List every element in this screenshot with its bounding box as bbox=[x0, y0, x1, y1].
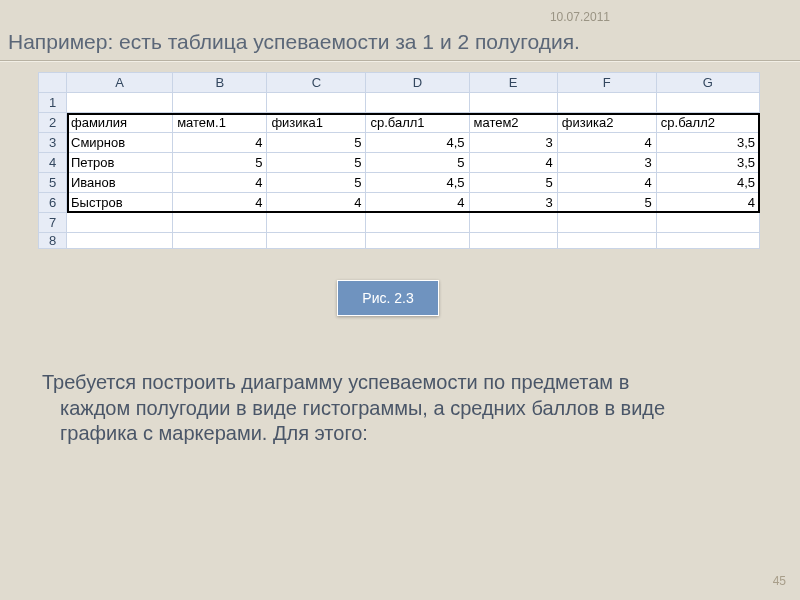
body-paragraph: Требуется построить диаграмму успеваемос… bbox=[42, 370, 700, 447]
cell[interactable] bbox=[366, 93, 469, 113]
slide-date: 10.07.2011 bbox=[550, 10, 610, 24]
cell[interactable]: физика1 bbox=[267, 113, 366, 133]
cell[interactable]: 4 bbox=[656, 193, 759, 213]
cell[interactable]: Петров bbox=[67, 153, 173, 173]
cell[interactable]: 4,5 bbox=[656, 173, 759, 193]
cell[interactable] bbox=[469, 93, 557, 113]
spreadsheet: A B C D E F G 1 2 фамилия матем.1 физика… bbox=[38, 72, 760, 249]
cell[interactable]: ср.балл1 bbox=[366, 113, 469, 133]
cell[interactable] bbox=[656, 213, 759, 233]
cell[interactable]: Смирнов bbox=[67, 133, 173, 153]
col-header[interactable]: A bbox=[67, 73, 173, 93]
cell[interactable]: Быстров bbox=[67, 193, 173, 213]
cell[interactable] bbox=[656, 93, 759, 113]
cell[interactable]: 5 bbox=[267, 173, 366, 193]
cell[interactable]: 3,5 bbox=[656, 133, 759, 153]
cell[interactable]: 5 bbox=[366, 153, 469, 173]
corner-cell[interactable] bbox=[39, 73, 67, 93]
cell[interactable]: 5 bbox=[267, 153, 366, 173]
cell[interactable] bbox=[366, 233, 469, 249]
row-header[interactable]: 6 bbox=[39, 193, 67, 213]
cell[interactable]: 3 bbox=[557, 153, 656, 173]
cell[interactable] bbox=[67, 233, 173, 249]
cell[interactable]: 4 bbox=[267, 193, 366, 213]
cell[interactable]: 5 bbox=[557, 193, 656, 213]
cell[interactable] bbox=[173, 213, 267, 233]
cell[interactable]: 5 bbox=[469, 173, 557, 193]
cell[interactable]: 4,5 bbox=[366, 173, 469, 193]
cell[interactable]: Иванов bbox=[67, 173, 173, 193]
cell[interactable]: 4 bbox=[469, 153, 557, 173]
title-underline bbox=[0, 60, 800, 62]
cell[interactable]: 4 bbox=[173, 193, 267, 213]
cell[interactable] bbox=[67, 213, 173, 233]
slide-title: Например: есть таблица успеваемости за 1… bbox=[8, 30, 580, 54]
cell[interactable]: фамилия bbox=[67, 113, 173, 133]
cell[interactable] bbox=[469, 213, 557, 233]
cell[interactable] bbox=[557, 93, 656, 113]
col-header[interactable]: B bbox=[173, 73, 267, 93]
cell[interactable]: 5 bbox=[173, 153, 267, 173]
cell[interactable]: 3 bbox=[469, 133, 557, 153]
cell[interactable]: 3,5 bbox=[656, 153, 759, 173]
cell[interactable]: 3 bbox=[469, 193, 557, 213]
cell[interactable]: 5 bbox=[267, 133, 366, 153]
col-header[interactable]: F bbox=[557, 73, 656, 93]
col-header[interactable]: E bbox=[469, 73, 557, 93]
cell[interactable] bbox=[557, 213, 656, 233]
col-header[interactable]: D bbox=[366, 73, 469, 93]
row-header[interactable]: 4 bbox=[39, 153, 67, 173]
row-header[interactable]: 7 bbox=[39, 213, 67, 233]
cell[interactable]: 4 bbox=[366, 193, 469, 213]
cell[interactable] bbox=[267, 93, 366, 113]
cell[interactable]: 4 bbox=[173, 173, 267, 193]
cell[interactable]: 4 bbox=[557, 173, 656, 193]
cell[interactable]: 4 bbox=[557, 133, 656, 153]
cell[interactable] bbox=[656, 233, 759, 249]
cell[interactable] bbox=[173, 233, 267, 249]
row-header[interactable]: 2 bbox=[39, 113, 67, 133]
cell[interactable]: 4 bbox=[173, 133, 267, 153]
cell[interactable] bbox=[469, 233, 557, 249]
page-number: 45 bbox=[773, 574, 786, 588]
row-header[interactable]: 5 bbox=[39, 173, 67, 193]
cell[interactable] bbox=[557, 233, 656, 249]
row-header[interactable]: 3 bbox=[39, 133, 67, 153]
row-header[interactable]: 1 bbox=[39, 93, 67, 113]
cell[interactable]: 4,5 bbox=[366, 133, 469, 153]
col-header[interactable]: C bbox=[267, 73, 366, 93]
row-header[interactable]: 8 bbox=[39, 233, 67, 249]
col-header[interactable]: G bbox=[656, 73, 759, 93]
cell[interactable] bbox=[267, 213, 366, 233]
cell[interactable]: матем.1 bbox=[173, 113, 267, 133]
cell[interactable]: физика2 bbox=[557, 113, 656, 133]
cell[interactable]: матем2 bbox=[469, 113, 557, 133]
cell[interactable] bbox=[173, 93, 267, 113]
figure-label: Рис. 2.3 bbox=[337, 280, 439, 316]
cell[interactable] bbox=[267, 233, 366, 249]
spreadsheet-table: A B C D E F G 1 2 фамилия матем.1 физика… bbox=[38, 72, 760, 249]
cell[interactable]: ср.балл2 bbox=[656, 113, 759, 133]
cell[interactable] bbox=[67, 93, 173, 113]
cell[interactable] bbox=[366, 213, 469, 233]
